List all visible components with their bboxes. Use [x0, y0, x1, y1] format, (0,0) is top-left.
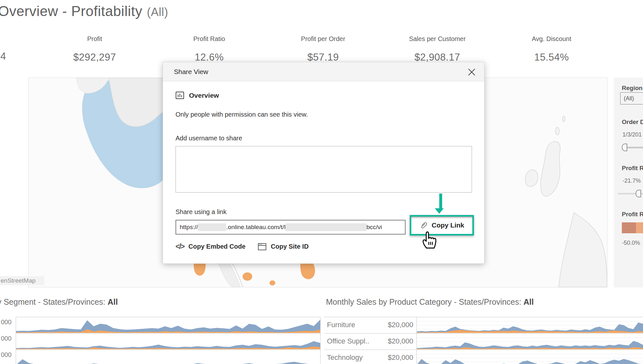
url-mid: .online.tableau.com/t/l — [226, 224, 286, 231]
left-chart-divider — [16, 333, 320, 334]
kpi-value: $292,297 — [43, 52, 146, 63]
url-redaction — [198, 223, 226, 231]
profit-legend-min-value: -50.0% — [622, 240, 640, 246]
area-chart-office-supplies[interactable] — [417, 334, 643, 349]
category-row-value: $20,000 — [375, 353, 413, 362]
right-chart-divider — [324, 317, 643, 317]
copy-site-id-button[interactable]: Copy Site ID — [271, 243, 309, 250]
url-suffix: bcc/vi — [366, 224, 382, 231]
category-chart-title-filter: All — [524, 297, 534, 306]
page-title-text: Overview - Profitability — [0, 3, 142, 19]
kpi-label: Profit — [43, 35, 146, 43]
left-chart-right-border — [320, 317, 321, 364]
category-chart-title: Monthly Sales by Product Category - Stat… — [326, 297, 534, 307]
y-axis-label: 000 — [0, 318, 12, 326]
area-chart-segment-row2[interactable] — [16, 334, 320, 349]
category-chart-title-text: Monthly Sales by Product Category - Stat… — [326, 297, 521, 306]
page-title-filter: (All) — [147, 5, 168, 19]
map-europe — [525, 116, 607, 287]
legend-segment-light — [636, 222, 643, 233]
url-prefix: https:// — [180, 224, 198, 231]
order-date-slider-handle[interactable] — [622, 144, 627, 151]
kpi-value: $57.19 — [272, 52, 374, 63]
area-chart-segment-row1[interactable] — [16, 318, 320, 333]
permission-text: Only people with permission can see this… — [176, 111, 308, 118]
dialog-title: Share View — [174, 62, 208, 81]
kpi-label: Profit Ratio — [158, 35, 261, 43]
region-filter-dropdown[interactable]: (All) — [620, 92, 643, 104]
order-date-value: 1/3/201 — [622, 131, 642, 138]
category-row-value: $20,000 — [375, 337, 413, 345]
kpi-profit-ratio: Profit Ratio 12.6% — [158, 35, 261, 63]
region-filter-label: Region — [622, 85, 642, 92]
category-row-label: Office Suppl.. — [327, 337, 369, 345]
category-row-label: Furniture — [327, 321, 355, 329]
window-icon — [258, 243, 267, 251]
copy-actions-row: </> Copy Embed Code Copy Site ID — [176, 242, 309, 251]
view-thumbnail-icon — [176, 91, 184, 100]
kpi-value: 15.54% — [500, 52, 603, 63]
right-chart-divider — [324, 350, 643, 350]
page-title: Overview - Profitability(All) — [0, 3, 168, 19]
category-row-value: $20,000 — [375, 321, 413, 329]
username-input[interactable] — [176, 146, 472, 193]
annotation-arrow-icon — [435, 208, 444, 214]
profit-legend-label: Profit Rat — [622, 211, 643, 218]
area-chart-segment-row3[interactable] — [16, 350, 320, 364]
category-row-label: Technology — [327, 353, 363, 362]
copy-embed-code-button[interactable]: Copy Embed Code — [188, 243, 245, 250]
kpi-value: $2,908.17 — [386, 52, 489, 63]
link-icon — [419, 221, 428, 229]
annotation-arrow-shaft — [439, 194, 442, 209]
kpi-profit: Profit $292,297 — [43, 35, 146, 63]
hand-cursor-icon — [420, 229, 440, 250]
right-chart-divider — [324, 333, 643, 334]
dialog-header: Share View — [163, 62, 484, 81]
view-info-row: Overview — [176, 91, 219, 100]
profit-ratio-slider-handle[interactable] — [636, 190, 641, 197]
segment-chart-title-text: y Segment - States/Provinces: — [0, 297, 105, 306]
area-chart-technology[interactable] — [417, 350, 643, 364]
left-chart-divider — [16, 317, 320, 317]
kpi-clipped-value: 34 — [0, 51, 6, 62]
kpi-label: Avg. Discount — [500, 35, 603, 43]
kpi-avg-discount: Avg. Discount 15.54% — [500, 35, 603, 63]
button-inner-shadow — [411, 217, 472, 219]
filter-sidebar: Region (All) Order Dat 1/3/201 Profit Ra… — [614, 78, 643, 287]
profit-ratio-value: -21.7% — [622, 178, 641, 184]
close-icon[interactable] — [467, 67, 476, 77]
share-link-input[interactable]: https:// .online.tableau.com/t/l bcc/vi — [176, 220, 406, 235]
kpi-value: 12.6% — [158, 52, 261, 63]
order-date-filter-label: Order Dat — [622, 119, 643, 126]
kpi-sales-per-customer: Sales per Customer $2,908.17 — [386, 35, 489, 63]
share-link-label: Share using a link — [176, 208, 227, 216]
copy-link-label: Copy Link — [432, 221, 464, 229]
url-redaction — [286, 223, 366, 231]
segment-chart-title: y Segment - States/Provinces: All — [0, 297, 118, 307]
y-axis-label: 000 — [0, 335, 12, 342]
share-view-dialog: Share View Overview Only people with per… — [163, 62, 484, 264]
left-chart-divider — [16, 350, 320, 350]
segment-chart-title-filter: All — [107, 297, 118, 306]
kpi-label: Profit per Order — [272, 35, 374, 43]
kpi-profit-per-order: Profit per Order $57.19 — [272, 35, 374, 63]
profit-color-legend — [622, 222, 643, 233]
kpi-label: Sales per Customer — [386, 35, 489, 43]
username-field-label: Add username to share — [176, 135, 242, 142]
code-icon: </> — [176, 242, 184, 251]
area-chart-furniture[interactable] — [417, 318, 643, 333]
legend-segment-dark — [622, 222, 636, 233]
y-axis-label: 000 — [0, 351, 12, 359]
profit-ratio-filter-label: Profit Rat — [622, 165, 643, 172]
copy-link-button[interactable]: Copy Link — [410, 215, 474, 236]
view-name: Overview — [189, 92, 219, 99]
map-attribution[interactable]: enStreetMap — [0, 276, 44, 285]
